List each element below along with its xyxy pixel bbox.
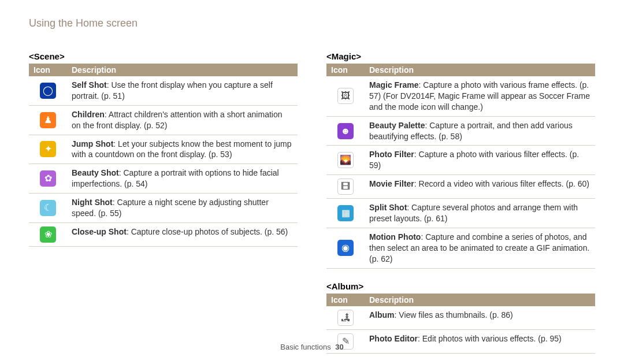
scene-rows: ◯Self Shot: Use the front display when y… <box>29 76 298 246</box>
row-title: Children <box>72 110 105 119</box>
icon-cell: ◯ <box>29 76 67 105</box>
description-cell: Beauty Palette: Capture a portrait, and … <box>365 116 595 146</box>
page-footer: Basic functions 30 <box>0 343 624 351</box>
icon-cell: 🌄 <box>326 146 365 175</box>
section-title-scene: <Scene> <box>29 51 298 61</box>
motion-photo-icon: ◉ <box>337 240 354 256</box>
description-cell: Night Shot: Capture a night scene by adj… <box>67 194 298 223</box>
movie-filter-icon: 🎞 <box>337 179 354 195</box>
magic-rows: 🖼Magic Frame: Capture a photo with vario… <box>326 76 595 268</box>
row-title: Photo Filter <box>369 150 414 159</box>
icon-cell: ◉ <box>326 228 365 269</box>
description-cell: Children: Attract children's attention w… <box>67 105 298 135</box>
table-row: ♟Children: Attract children's attention … <box>29 105 298 135</box>
icon-cell: ✿ <box>29 164 67 194</box>
header-description: Description <box>365 294 595 306</box>
table-row: 🌄Photo Filter: Capture a photo with vari… <box>326 146 595 175</box>
split-shot-icon: ▦ <box>337 205 354 221</box>
row-title: Movie Filter <box>369 179 414 188</box>
table-row: 🏞Album: View files as thumbnails. (p. 86… <box>326 306 595 330</box>
page-heading: Using the Home screen <box>29 17 595 29</box>
description-cell: Self Shot: Use the front display when yo… <box>67 76 298 105</box>
close-up-shot-icon: ❀ <box>40 226 56 243</box>
row-text: : View files as thumbnails. (p. 86) <box>395 310 513 320</box>
page: Using the Home screen <Scene> Icon Descr… <box>0 0 624 354</box>
icon-cell: ♟ <box>29 105 67 135</box>
table-row: ◉Motion Photo: Capture and combine a ser… <box>326 228 595 269</box>
icon-cell: ☾ <box>29 194 67 223</box>
night-shot-icon: ☾ <box>40 200 56 216</box>
header-icon: Icon <box>326 64 365 76</box>
right-column: <Magic> Icon Description 🖼Magic Frame: C… <box>326 44 595 354</box>
content-columns: <Scene> Icon Description ◯Self Shot: Use… <box>29 44 595 354</box>
table-row: ☻Beauty Palette: Capture a portrait, and… <box>326 116 595 146</box>
table-header-row: Icon Description <box>326 294 595 306</box>
row-title: Jump Shot <box>72 139 113 148</box>
row-title: Beauty Palette <box>369 121 425 130</box>
row-title: Album <box>369 310 395 320</box>
header-icon: Icon <box>29 64 67 76</box>
description-cell: Jump Shot: Let your subjects know the be… <box>67 135 298 164</box>
section-title-album: <Album> <box>326 281 595 291</box>
description-cell: Motion Photo: Capture and combine a seri… <box>365 228 595 269</box>
row-text: : Record a video with various filter eff… <box>414 179 589 188</box>
description-cell: Album: View files as thumbnails. (p. 86) <box>365 306 595 330</box>
header-icon: Icon <box>326 294 365 306</box>
row-title: Self Shot <box>72 80 107 90</box>
row-title: Split Shot <box>369 203 407 212</box>
description-cell: Split Shot: Capture several photos and a… <box>365 199 595 228</box>
row-text: : Capture close-up photos of subjects. (… <box>127 227 288 236</box>
section-title-magic: <Magic> <box>326 51 595 61</box>
icon-cell: ☻ <box>326 116 365 146</box>
header-description: Description <box>67 64 298 76</box>
row-title: Photo Editor <box>369 334 418 343</box>
left-column: <Scene> Icon Description ◯Self Shot: Use… <box>29 44 298 354</box>
description-cell: Photo Filter: Capture a photo with vario… <box>365 146 595 175</box>
description-cell: Magic Frame: Capture a photo with variou… <box>365 76 595 116</box>
table-row: ☾Night Shot: Capture a night scene by ad… <box>29 194 298 223</box>
beauty-palette-icon: ☻ <box>337 123 354 139</box>
row-text: : Edit photos with various effects. (p. … <box>418 334 562 343</box>
row-title: Beauty Shot <box>72 168 119 177</box>
scene-table: Icon Description ◯Self Shot: Use the fro… <box>29 64 298 247</box>
table-row: 🎞Movie Filter: Record a video with vario… <box>326 175 595 199</box>
description-cell: Beauty Shot: Capture a portrait with opt… <box>67 164 298 194</box>
table-row: ❀Close-up Shot: Capture close-up photos … <box>29 222 298 246</box>
row-title: Night Shot <box>72 198 113 207</box>
table-row: ✿Beauty Shot: Capture a portrait with op… <box>29 164 298 194</box>
icon-cell: ✦ <box>29 135 67 164</box>
table-header-row: Icon Description <box>29 64 298 76</box>
magic-frame-icon: 🖼 <box>337 88 354 104</box>
icon-cell: ▦ <box>326 199 365 228</box>
icon-cell: 🎞 <box>326 175 365 199</box>
row-title: Motion Photo <box>369 232 421 242</box>
icon-cell: 🖼 <box>326 76 365 116</box>
photo-filter-icon: 🌄 <box>337 152 354 168</box>
icon-cell: ❀ <box>29 222 67 246</box>
table-row: ▦Split Shot: Capture several photos and … <box>326 199 595 228</box>
footer-page-number: 30 <box>335 343 343 351</box>
beauty-shot-icon: ✿ <box>40 170 56 187</box>
table-row: ✦Jump Shot: Let your subjects know the b… <box>29 135 298 164</box>
row-title: Close-up Shot <box>72 227 127 236</box>
table-row: 🖼Magic Frame: Capture a photo with vario… <box>326 76 595 116</box>
magic-table: Icon Description 🖼Magic Frame: Capture a… <box>326 64 595 269</box>
children-icon: ♟ <box>40 112 56 128</box>
table-row: ◯Self Shot: Use the front display when y… <box>29 76 298 105</box>
icon-cell: 🏞 <box>326 306 365 330</box>
table-header-row: Icon Description <box>326 64 595 76</box>
jump-shot-icon: ✦ <box>40 141 56 157</box>
footer-section: Basic functions <box>280 343 330 351</box>
description-cell: Movie Filter: Record a video with variou… <box>365 175 595 199</box>
header-description: Description <box>365 64 595 76</box>
description-cell: Close-up Shot: Capture close-up photos o… <box>67 222 298 246</box>
row-title: Magic Frame <box>369 80 419 90</box>
album-icon: 🏞 <box>337 310 354 326</box>
self-shot-icon: ◯ <box>40 83 56 99</box>
